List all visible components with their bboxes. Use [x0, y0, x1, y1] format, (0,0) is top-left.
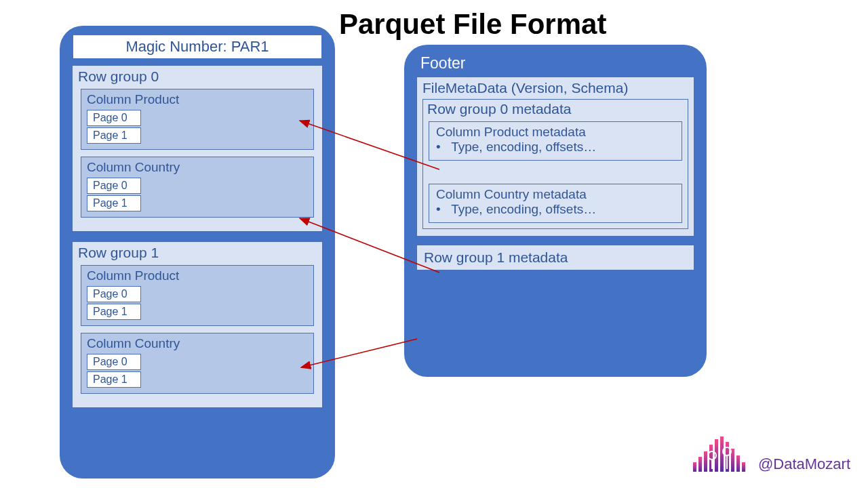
page-box: Page 0: [87, 354, 141, 370]
page-box: Page 1: [87, 371, 141, 388]
column-label: Column Country: [87, 160, 308, 175]
equalizer-logo-icon: [692, 435, 750, 473]
colmeta-title: Column Country metadata: [436, 187, 675, 202]
row-group-0-metadata: Row group 0 metadata Column Product meta…: [422, 99, 688, 229]
svg-rect-9: [742, 462, 745, 472]
attribution-handle: @DataMozart: [758, 455, 850, 473]
page-box: Page 0: [87, 286, 141, 302]
column-product-metadata: Column Product metadata • Type, encoding…: [429, 121, 682, 161]
attribution: @DataMozart: [692, 435, 850, 473]
page-box: Page 0: [87, 110, 141, 126]
column-product: Column Product Page 0 Page 1: [81, 265, 314, 326]
magic-number-box: Magic Number: PAR1: [73, 35, 321, 58]
colmeta-detail: • Type, encoding, offsets…: [436, 140, 675, 155]
page-box: Page 0: [87, 178, 141, 194]
svg-rect-1: [698, 457, 702, 472]
page-box: Page 1: [87, 304, 141, 320]
file-metadata-label: FileMetaData (Version, Schema): [422, 80, 688, 96]
row-group-0: Row group 0 Column Product Page 0 Page 1…: [72, 65, 323, 232]
svg-rect-5: [720, 436, 724, 472]
column-label: Column Product: [87, 268, 308, 283]
row-group-label: Row group 1: [78, 245, 317, 261]
column-country-metadata: Column Country metadata • Type, encoding…: [429, 184, 682, 223]
rg-metadata-label: Row group 0 metadata: [427, 101, 684, 117]
column-product: Column Product Page 0 Page 1: [81, 89, 314, 150]
column-label: Column Country: [87, 336, 308, 351]
diagram-title: Parquet File Format: [339, 8, 606, 41]
svg-rect-8: [736, 455, 740, 472]
row-group-label: Row group 0: [78, 68, 317, 85]
page-box: Page 1: [87, 127, 141, 144]
column-label: Column Product: [87, 92, 308, 107]
footer-container: Footer FileMetaData (Version, Schema) Ro…: [404, 45, 707, 377]
svg-rect-2: [704, 451, 707, 472]
colmeta-title: Column Product metadata: [436, 125, 675, 140]
parquet-file-container: Magic Number: PAR1 Row group 0 Column Pr…: [60, 26, 335, 479]
column-country: Column Country Page 0 Page 1: [81, 157, 314, 218]
svg-rect-0: [693, 462, 696, 472]
colmeta-detail: • Type, encoding, offsets…: [436, 202, 675, 217]
page-box: Page 1: [87, 195, 141, 211]
column-country: Column Country Page 0 Page 1: [81, 333, 314, 394]
file-metadata-box: FileMetaData (Version, Schema) Row group…: [416, 77, 694, 237]
footer-label: Footer: [420, 54, 694, 73]
row-group-1: Row group 1 Column Product Page 0 Page 1…: [72, 241, 323, 408]
row-group-1-metadata: Row group 1 metadata: [416, 245, 694, 270]
